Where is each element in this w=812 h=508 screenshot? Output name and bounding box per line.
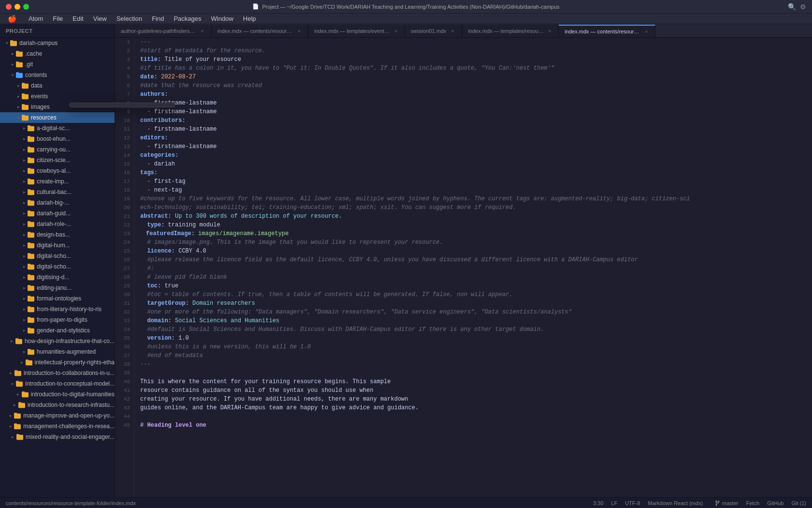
maximize-button[interactable] — [23, 4, 29, 10]
statusbar-path: contents/resources/resource-template-fol… — [6, 500, 585, 506]
statusbar: contents/resources/resource-template-fol… — [0, 497, 812, 508]
status-git-info[interactable]: Git (1) — [791, 500, 806, 506]
menu-selection[interactable]: Selection — [113, 14, 146, 23]
status-grammar[interactable]: Markdown React (mdx) — [648, 500, 703, 506]
titlebar-right: 🔍 ⚙ — [788, 3, 806, 11]
traffic-lights — [6, 4, 29, 10]
overlay — [0, 24, 812, 497]
status-github[interactable]: GitHub — [767, 500, 783, 506]
statusbar-right: 3:30 LF UTF-8 Markdown React (mdx) maste… — [593, 500, 806, 506]
menu-edit[interactable]: Edit — [69, 14, 87, 23]
minimize-button[interactable] — [14, 4, 20, 10]
menu-find[interactable]: Find — [148, 14, 168, 23]
menu-file[interactable]: File — [49, 14, 67, 23]
titlebar-title: 📄 Project — ~/Google Drive/TCD Work/DARI… — [252, 3, 559, 10]
status-encoding[interactable]: LF — [611, 500, 617, 506]
close-button[interactable] — [6, 4, 12, 10]
status-fetch[interactable]: Fetch — [746, 500, 760, 506]
git-branch: master — [714, 500, 739, 506]
menu-view[interactable]: View — [89, 14, 111, 23]
menu-help[interactable]: Help — [239, 14, 260, 23]
menubar: 🍎 Atom File Edit View Selection Find Pac… — [0, 14, 812, 24]
menu-window[interactable]: Window — [207, 14, 237, 23]
context-menu — [69, 103, 175, 107]
menu-packages[interactable]: Packages — [170, 14, 205, 23]
menu-atom[interactable]: Atom — [25, 14, 47, 23]
titlebar-file-icon: 📄 — [252, 3, 259, 10]
status-cursor[interactable]: 3:30 — [593, 500, 603, 506]
menu-apple[interactable]: 🍎 — [4, 14, 21, 24]
status-charset[interactable]: UTF-8 — [625, 500, 640, 506]
titlebar: 📄 Project — ~/Google Drive/TCD Work/DARI… — [0, 0, 812, 14]
